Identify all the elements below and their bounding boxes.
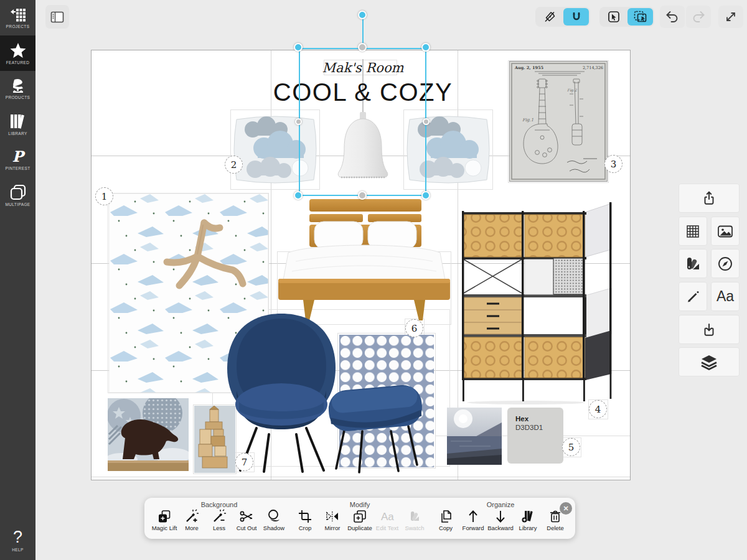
selection-handle-ml[interactable]: [295, 118, 302, 125]
mirror-icon: [325, 509, 340, 524]
storage-unit-image[interactable]: [454, 196, 619, 404]
shadow-icon: [266, 509, 281, 524]
import-button[interactable]: [679, 315, 740, 344]
sidebar-item-help[interactable]: ? HELP: [0, 520, 35, 560]
item-badge-4[interactable]: 4: [589, 400, 607, 418]
bed-image[interactable]: [277, 192, 451, 322]
image-button[interactable]: [711, 217, 740, 246]
star-icon: [9, 42, 27, 58]
library-add-button[interactable]: Library: [514, 509, 542, 531]
blue-ottoman-image[interactable]: [324, 370, 426, 476]
books-icon: [9, 113, 27, 129]
guitar-patent-image[interactable]: Aug. 2, 1955 2,714,326: [509, 61, 608, 182]
magnet-tool-button[interactable]: [563, 8, 589, 26]
grid-view-button[interactable]: [679, 217, 707, 246]
tool-label: Forward: [463, 525, 484, 531]
grid-back-icon: [10, 7, 26, 22]
rotation-handle[interactable]: [358, 11, 367, 19]
close-icon[interactable]: ✕: [560, 502, 572, 515]
shadow-button[interactable]: Shadow: [260, 509, 288, 531]
pages-icon: [9, 184, 27, 200]
copy-button[interactable]: Copy: [432, 509, 459, 531]
swatch-button[interactable]: Swatch: [401, 509, 428, 531]
svg-text:Fig.1: Fig.1: [522, 118, 533, 123]
tool-label: Less: [213, 525, 225, 531]
pen-tool-button[interactable]: [537, 8, 562, 26]
pencil-button[interactable]: [679, 282, 707, 311]
tool-label: Copy: [439, 525, 453, 531]
tool-label: Mirror: [325, 525, 341, 531]
less-button[interactable]: Less: [205, 509, 233, 531]
item-badge-5[interactable]: 5: [562, 438, 580, 456]
layers-button[interactable]: [679, 347, 740, 376]
sidebar-item-products[interactable]: PRODUCTS: [0, 71, 35, 106]
magic-lift-button[interactable]: Magic Lift: [151, 509, 178, 531]
duplicate-icon: [352, 509, 367, 524]
arrow-down-icon: [493, 509, 508, 524]
multi-select-button[interactable]: [627, 8, 653, 26]
sidebar-spacer: [0, 213, 35, 520]
toolbar-section-organize: Organize Copy Forward: [432, 501, 569, 539]
more-button[interactable]: More: [178, 509, 205, 531]
sidebar-label: PROJECTS: [6, 24, 30, 29]
section-title: Organize: [487, 501, 515, 508]
tool-label: Cut Out: [237, 525, 257, 531]
panel-toggle-icon: [50, 11, 64, 23]
tool-label: Swatch: [405, 525, 424, 531]
item-badge-3[interactable]: 3: [604, 155, 622, 173]
wand-plus-icon: [184, 509, 199, 524]
sidebar-item-projects[interactable]: PROJECTS: [0, 0, 35, 35]
selection-handle-bm[interactable]: [358, 191, 367, 200]
sidebar-label: PRODUCTS: [6, 95, 31, 100]
item-badge-6[interactable]: 6: [405, 319, 423, 337]
svg-text:Fig.2: Fig.2: [567, 88, 578, 93]
hex-color-swatch[interactable]: Hex D3D3D1: [507, 408, 563, 464]
ocean-photo[interactable]: [447, 408, 502, 465]
crop-icon: [298, 509, 312, 524]
copy-icon: [438, 509, 453, 524]
selection-handle-tl[interactable]: [294, 43, 303, 52]
selection-handle-bl[interactable]: [294, 191, 303, 200]
crop-button[interactable]: Crop: [291, 509, 319, 531]
single-select-button[interactable]: [601, 8, 626, 26]
backward-button[interactable]: Backward: [487, 509, 514, 531]
sidebar-item-featured[interactable]: FEATURED: [0, 35, 35, 71]
tool-label: Crop: [299, 525, 312, 531]
arrow-up-icon: [466, 509, 481, 524]
item-badge-7[interactable]: 7: [235, 453, 253, 471]
undo-button[interactable]: [660, 6, 685, 28]
swatches-button[interactable]: [679, 249, 707, 278]
selection-handle-tm[interactable]: [358, 43, 367, 52]
mirror-button[interactable]: Mirror: [319, 509, 346, 531]
pinterest-icon: P: [12, 149, 23, 164]
item-badge-2[interactable]: 2: [225, 156, 243, 174]
selection-handle-mr[interactable]: [423, 118, 430, 125]
left-sidebar: PROJECTS FEATURED PRODUCTS: [0, 0, 35, 560]
browser-button[interactable]: [711, 249, 740, 278]
sidebar-item-multipage[interactable]: MULTIPAGE: [0, 177, 35, 213]
selection-handle-br[interactable]: [421, 191, 430, 200]
bear-figurine-photo[interactable]: [108, 398, 189, 471]
redo-button[interactable]: [686, 6, 711, 28]
edit-text-button[interactable]: Aa Edit Text: [374, 509, 401, 531]
pencil-icon: [685, 289, 701, 305]
sidebar-toggle-button[interactable]: [45, 5, 69, 29]
tool-label: Duplicate: [347, 525, 372, 531]
sidebar-item-library[interactable]: LIBRARY: [0, 106, 35, 142]
fullscreen-button[interactable]: [718, 6, 743, 28]
toolbar-section-modify: Modify Crop Mirror: [291, 501, 428, 539]
duplicate-button[interactable]: Duplicate: [346, 509, 374, 531]
layers-icon: [700, 354, 718, 370]
text-tool-button[interactable]: Aa: [711, 282, 740, 311]
expand-icon: [724, 10, 738, 24]
sidebar-item-pinterest[interactable]: P PINTEREST: [0, 142, 35, 177]
forward-button[interactable]: Forward: [459, 509, 487, 531]
item-badge-1[interactable]: 1: [95, 187, 113, 205]
tool-label: Library: [519, 525, 537, 531]
share-button[interactable]: [679, 184, 740, 213]
cut-out-button[interactable]: Cut Out: [233, 509, 260, 531]
single-select-icon: [608, 11, 620, 23]
antler-image[interactable]: [157, 215, 247, 309]
selection-rectangle[interactable]: [299, 48, 426, 196]
selection-handle-tr[interactable]: [421, 43, 430, 52]
